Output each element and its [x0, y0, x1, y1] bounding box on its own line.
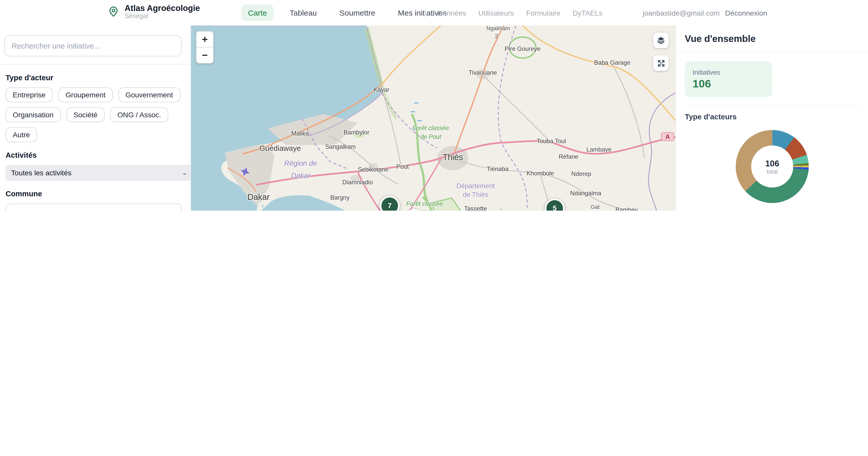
- admin-link-utilisateurs[interactable]: Utilisateurs: [478, 9, 514, 17]
- legend-item-autre: Autre15: [817, 209, 851, 210]
- initiatives-count-card: Initiatives 106: [685, 61, 772, 97]
- donut-total-value: 106: [766, 159, 779, 168]
- actor-types-heading: Type d'acteurs: [676, 105, 868, 121]
- legend-value: 35: [800, 209, 808, 210]
- layers-button[interactable]: [653, 33, 669, 48]
- donut-legend: Groupement39Entreprise35Autre15Organisat…: [676, 209, 868, 210]
- app-title: Atlas Agroécologie: [125, 3, 200, 13]
- legend-label: Autre: [825, 209, 841, 210]
- overview-title: Vue d'ensemble: [676, 26, 868, 52]
- admin-nav: DonnéesUtilisateursFormulaireDyTAELs: [437, 9, 602, 17]
- legend-item-entreprise: Entreprise35: [758, 209, 808, 210]
- admin-link-dytaels[interactable]: DyTAELs: [572, 9, 602, 17]
- legend-label: Entreprise: [766, 209, 797, 210]
- fullscreen-icon: [657, 59, 665, 67]
- zoom-control: + −: [196, 31, 214, 64]
- commune-input[interactable]: [6, 203, 182, 210]
- legend-item-groupement: Groupement39: [693, 209, 749, 210]
- app-logo: Atlas Agroécologie Sénégal: [107, 3, 200, 20]
- user-email: joanbastide@gmail.com: [643, 9, 720, 17]
- activities-selected-value: Toutes les activités: [11, 169, 71, 177]
- activities-select[interactable]: Toutes les activités ⌄: [6, 165, 191, 181]
- initiatives-card-label: Initiatives: [692, 68, 765, 76]
- donut-total-label: total: [767, 168, 778, 174]
- user-area: joanbastide@gmail.com Déconnexion: [643, 9, 767, 17]
- main-nav: CarteTableauSoumettreMes initiatives: [241, 4, 453, 22]
- logout-link[interactable]: Déconnexion: [725, 9, 767, 17]
- legend-value: 15: [844, 209, 851, 210]
- map-pin-icon: [107, 6, 120, 18]
- map-canvas[interactable]: KayarNgakhamTivaouanePire GoureyeBaba Ga…: [190, 26, 675, 210]
- layers-icon: [656, 36, 665, 45]
- road-number-2: 2: [495, 33, 498, 39]
- zoom-out-button[interactable]: −: [196, 47, 213, 63]
- app-subtitle: Sénégal: [125, 13, 200, 20]
- filter-chip-soci-t-[interactable]: Société: [66, 107, 105, 122]
- activities-label: Activités: [6, 151, 185, 159]
- filter-chip-gouvernement[interactable]: Gouvernement: [118, 88, 180, 102]
- map-base-layer: [190, 26, 675, 210]
- fullscreen-button[interactable]: [653, 55, 669, 71]
- tab-soumettre[interactable]: Soumettre: [333, 4, 382, 21]
- road-shield-a: A: [661, 132, 674, 141]
- actor-type-label: Type d'acteur: [6, 74, 185, 82]
- commune-label: Commune: [6, 190, 185, 198]
- tab-tableau[interactable]: Tableau: [283, 4, 323, 21]
- legend-label: Groupement: [701, 209, 739, 210]
- filter-chip-entreprise[interactable]: Entreprise: [6, 88, 53, 102]
- donut-center: 106 total: [751, 145, 793, 187]
- admin-link-données[interactable]: Données: [437, 9, 466, 17]
- filter-chip-groupement[interactable]: Groupement: [58, 88, 113, 102]
- search-input[interactable]: [4, 35, 181, 56]
- actor-type-filters: EntrepriseGroupementGouvernementOrganisa…: [6, 88, 184, 142]
- admin-link-formulaire[interactable]: Formulaire: [526, 9, 560, 17]
- atlas-agroecologie-app: Atlas Agroécologie Sénégal CarteTableauS…: [0, 0, 868, 210]
- filter-chip-autre[interactable]: Autre: [6, 127, 37, 142]
- initiatives-card-value: 106: [692, 77, 765, 90]
- overview-panel: Vue d'ensemble Initiatives 106 Type d'ac…: [675, 26, 868, 210]
- tab-carte[interactable]: Carte: [241, 4, 274, 21]
- zoom-in-button[interactable]: +: [196, 31, 213, 47]
- legend-value: 39: [741, 209, 749, 210]
- actor-types-donut-chart: 106 total: [736, 130, 809, 203]
- chevron-down-icon: ⌄: [182, 169, 187, 176]
- sidebar: Type d'acteur EntrepriseGroupementGouver…: [0, 26, 191, 210]
- app-header: Atlas Agroécologie Sénégal CarteTableauS…: [0, 0, 868, 26]
- nav-divider: [425, 7, 426, 18]
- filter-chip-organisation[interactable]: Organisation: [6, 107, 61, 122]
- filter-chip-ong-assoc-[interactable]: ONG / Assoc.: [110, 107, 168, 122]
- divider: [676, 52, 868, 53]
